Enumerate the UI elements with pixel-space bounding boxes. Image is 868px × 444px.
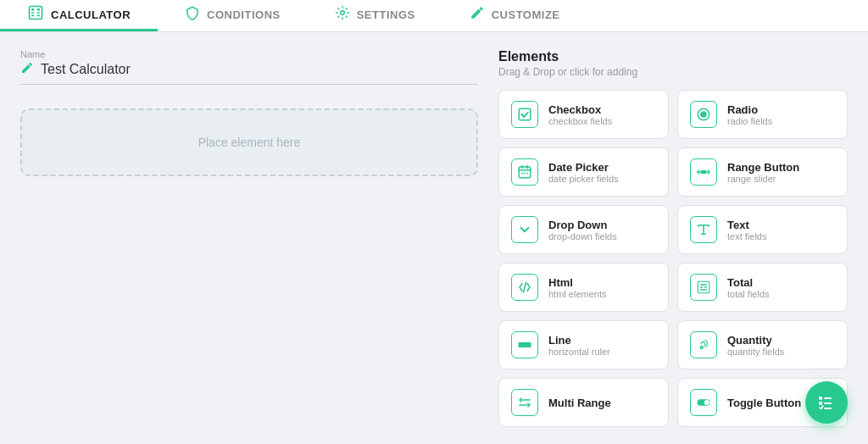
customize-icon [470,5,485,25]
svg-rect-17 [519,342,531,347]
element-name-text: Text [727,219,766,231]
svg-rect-4 [37,12,40,14]
element-name-checkbox: Checkbox [548,103,612,116]
tab-conditions[interactable]: CONDITIONS [158,0,308,31]
element-card-radio[interactable]: Radio radio fields [677,90,848,139]
elements-title: Elements [498,49,848,64]
svg-rect-24 [824,402,832,404]
tab-customize-label: CUSTOMIZE [492,8,560,21]
element-desc-line: horizontal ruler [548,347,610,357]
element-name-quantity: Quantity [727,334,784,347]
element-card-total[interactable]: Total total fields [677,263,848,312]
drop-zone[interactable]: Place element here [20,108,478,176]
svg-rect-25 [824,408,832,409]
svg-point-12 [521,173,523,175]
tab-settings-label: SETTINGS [357,8,415,21]
element-card-drop-down[interactable]: Drop Down drop-down fields [498,205,669,254]
calculator-icon [27,4,44,25]
name-section: Name Test Calculator [20,49,478,85]
tab-calculator-label: CALCULATOR [51,8,131,21]
right-panel: Elements Drag & Drop or click for adding… [498,49,848,427]
element-desc-drop-down: drop-down fields [548,231,617,241]
line-icon [511,331,538,358]
conditions-icon [185,5,200,25]
quantity-icon [690,331,717,358]
elements-subtitle: Drag & Drop or click for adding [498,66,848,78]
left-panel: Name Test Calculator Place element here [20,49,478,427]
svg-rect-2 [37,8,40,11]
element-desc-radio: radio fields [727,116,772,126]
element-card-text[interactable]: Text text fields [677,205,848,254]
app-container: CALCULATOR CONDITIONS SETTINGS [0,0,868,444]
svg-rect-11 [519,167,531,178]
calculator-name: Test Calculator [41,62,131,77]
element-name-date-picker: Date Picker [548,161,619,174]
element-card-checkbox[interactable]: Checkbox checkbox fields [498,90,669,139]
svg-point-20 [704,400,709,405]
element-card-date-picker[interactable]: Date Picker date picker fields [498,147,669,197]
svg-point-18 [700,347,703,349]
dropdown-icon [511,216,538,243]
element-card-line[interactable]: Line horizontal ruler [498,320,669,369]
html-icon [511,274,538,301]
element-desc-html: html elements [548,289,606,299]
element-desc-text: text fields [727,231,766,241]
element-name-radio: Radio [727,103,772,116]
elements-grid: Checkbox checkbox fields Radio radio fie… [498,90,848,427]
element-name-multi-range: Multi Range [548,397,611,409]
svg-rect-3 [31,12,34,14]
text-icon [690,216,717,243]
element-card-html[interactable]: Html html elements [498,263,669,312]
element-name-range-button: Range Button [727,161,799,174]
tab-settings[interactable]: SETTINGS [308,0,442,31]
element-desc-date-picker: date picker fields [548,174,619,184]
element-desc-range-button: range slider [727,174,799,184]
svg-rect-5 [31,14,34,16]
total-icon [690,274,717,301]
svg-point-14 [526,173,528,175]
element-desc-checkbox: checkbox fields [548,116,612,126]
tab-customize[interactable]: CUSTOMIZE [442,0,587,31]
svg-rect-16 [698,281,709,293]
element-name-toggle-button: Toggle Button [727,397,801,409]
date-icon [511,158,538,186]
element-name-line: Line [548,334,610,347]
element-card-multi-range[interactable]: Multi Range [498,378,669,427]
svg-rect-1 [31,8,34,11]
tab-conditions-label: CONDITIONS [207,8,281,21]
checkbox-icon [511,101,538,128]
svg-rect-6 [37,14,40,16]
svg-rect-0 [30,6,42,19]
range-icon [690,158,717,186]
name-field: Test Calculator [20,61,478,85]
svg-rect-15 [701,170,706,175]
name-label: Name [20,49,478,59]
element-desc-quantity: quantity fields [727,347,784,357]
drop-zone-text: Place element here [198,136,301,149]
element-name-total: Total [727,276,770,289]
element-name-drop-down: Drop Down [548,219,617,231]
fab-button[interactable] [805,381,848,424]
toggle-icon [690,389,717,416]
radio-icon [690,101,717,128]
svg-point-10 [700,111,707,118]
element-card-quantity[interactable]: Quantity quantity fields [677,320,848,369]
svg-point-13 [524,173,526,175]
main-content: Name Test Calculator Place element here … [0,32,868,444]
tab-calculator[interactable]: CALCULATOR [0,0,158,31]
element-name-html: Html [548,276,606,289]
svg-rect-21 [819,397,822,400]
multirange-icon [511,389,538,416]
element-card-range-button[interactable]: Range Button range slider [677,147,848,197]
settings-icon [335,5,350,25]
edit-icon [20,61,34,77]
svg-rect-23 [819,402,822,405]
svg-rect-8 [519,108,531,120]
element-desc-total: total fields [727,289,770,299]
svg-point-7 [340,10,344,14]
svg-rect-22 [824,397,832,399]
top-tabs: CALCULATOR CONDITIONS SETTINGS [0,0,868,32]
